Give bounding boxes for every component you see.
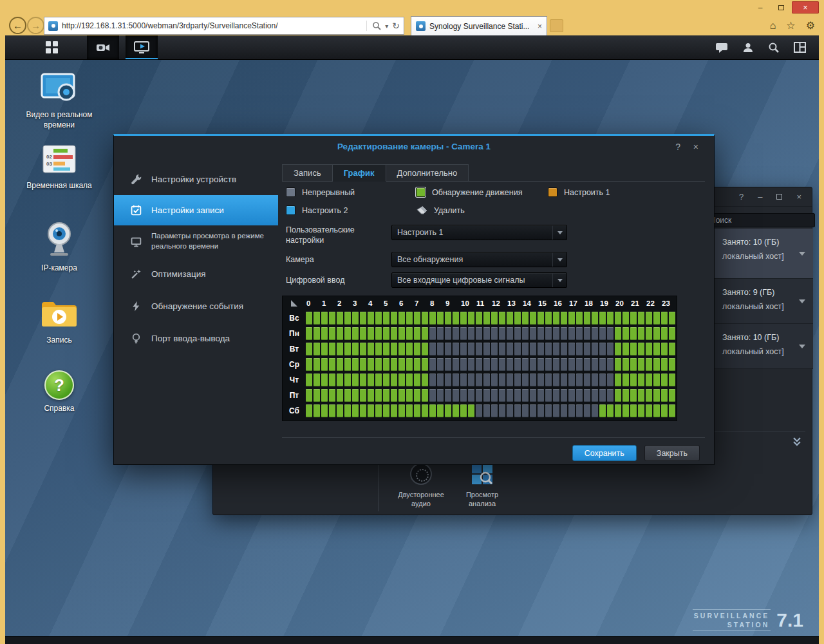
day-label[interactable]: Вт xyxy=(283,345,306,354)
schedule-cell[interactable] xyxy=(314,389,320,402)
schedule-cell[interactable] xyxy=(568,312,575,325)
schedule-cell[interactable] xyxy=(437,327,444,340)
continuous-swatch[interactable] xyxy=(286,187,295,197)
schedule-cell[interactable] xyxy=(314,374,320,386)
schedule-cell[interactable] xyxy=(406,389,413,402)
schedule-cell[interactable] xyxy=(623,343,629,355)
schedule-cell[interactable] xyxy=(646,389,652,402)
schedule-cell[interactable] xyxy=(368,404,374,417)
schedule-cell[interactable] xyxy=(344,343,351,355)
schedule-cell[interactable] xyxy=(545,343,552,355)
schedule-cell[interactable] xyxy=(653,404,660,417)
dialog-help-icon[interactable]: ? xyxy=(675,142,680,152)
hour-label[interactable]: 0 xyxy=(306,299,321,307)
hour-label[interactable]: 17 xyxy=(568,299,584,307)
refresh-icon[interactable]: ↻ xyxy=(392,21,400,31)
schedule-cell[interactable] xyxy=(437,404,444,417)
schedule-cell[interactable] xyxy=(553,389,559,402)
schedule-cell[interactable] xyxy=(576,374,583,386)
schedule-cell[interactable] xyxy=(607,374,613,386)
schedule-cell[interactable] xyxy=(499,343,505,355)
schedule-cell[interactable] xyxy=(623,358,629,371)
schedule-cell[interactable] xyxy=(352,327,359,340)
schedule-cell[interactable] xyxy=(561,404,567,417)
schedule-cell[interactable] xyxy=(507,374,513,386)
schedule-cell[interactable] xyxy=(460,312,467,325)
schedule-cell[interactable] xyxy=(329,312,335,325)
schedule-cell[interactable] xyxy=(499,312,505,325)
tab-advanced[interactable]: Дополнительно xyxy=(386,164,469,182)
schedule-cell[interactable] xyxy=(406,343,413,355)
schedule-cell[interactable] xyxy=(337,374,343,386)
camera-select[interactable]: Все обнаружения xyxy=(391,252,567,267)
schedule-cell[interactable] xyxy=(483,343,490,355)
dialog-close-icon[interactable]: × xyxy=(693,142,698,152)
schedule-cell[interactable] xyxy=(306,343,312,355)
desktop-icon-live-view[interactable]: Видео в реальном времени xyxy=(19,73,99,130)
schedule-cell[interactable] xyxy=(445,343,451,355)
schedule-cell[interactable] xyxy=(476,374,482,386)
schedule-cell[interactable] xyxy=(414,312,420,325)
desktop-icon-ip-camera[interactable]: IP-камера xyxy=(19,221,99,274)
schedule-cell[interactable] xyxy=(453,374,459,386)
schedule-cell[interactable] xyxy=(460,327,467,340)
schedule-cell[interactable] xyxy=(538,327,544,340)
close-button[interactable]: × xyxy=(792,1,819,14)
schedule-cell[interactable] xyxy=(368,343,374,355)
schedule-cell[interactable] xyxy=(623,404,629,417)
schedule-cell[interactable] xyxy=(437,389,444,402)
schedule-cell[interactable] xyxy=(468,374,474,386)
schedule-cell[interactable] xyxy=(545,374,552,386)
schedule-cell[interactable] xyxy=(561,327,567,340)
window-maximize-icon[interactable] xyxy=(776,194,782,200)
schedule-cell[interactable] xyxy=(483,374,490,386)
hour-label[interactable]: 16 xyxy=(553,299,568,307)
schedule-cell[interactable] xyxy=(545,389,552,402)
new-tab-button[interactable] xyxy=(550,19,563,32)
schedule-cell[interactable] xyxy=(422,404,428,417)
schedule-cell[interactable] xyxy=(561,389,567,402)
schedule-cell[interactable] xyxy=(468,358,474,371)
browser-tab[interactable]: Synology Surveillance Stati... × xyxy=(411,16,547,35)
schedule-cell[interactable] xyxy=(522,343,529,355)
schedule-cell[interactable] xyxy=(561,312,567,325)
schedule-cell[interactable] xyxy=(314,327,320,340)
schedule-cell[interactable] xyxy=(476,327,482,340)
schedule-cell[interactable] xyxy=(491,327,498,340)
schedule-cell[interactable] xyxy=(669,389,675,402)
schedule-cell[interactable] xyxy=(553,404,559,417)
schedule-cell[interactable] xyxy=(653,343,660,355)
schedule-cell[interactable] xyxy=(538,312,544,325)
schedule-cell[interactable] xyxy=(599,312,606,325)
hour-label[interactable]: 20 xyxy=(615,299,630,307)
ip-camera-app-button[interactable] xyxy=(87,35,119,59)
widgets-icon[interactable] xyxy=(794,42,806,53)
digital-input-select[interactable]: Все входящие цифровые сигналы xyxy=(391,272,567,288)
schedule-cell[interactable] xyxy=(344,404,351,417)
schedule-cell[interactable] xyxy=(422,327,428,340)
legend-continuous[interactable]: Непрерывный xyxy=(286,187,355,197)
tab-recording[interactable]: Запись xyxy=(282,164,333,182)
search-input[interactable] xyxy=(704,213,815,227)
schedule-cell[interactable] xyxy=(530,358,536,371)
schedule-cell[interactable] xyxy=(391,374,397,386)
schedule-cell[interactable] xyxy=(646,312,652,325)
schedule-cell[interactable] xyxy=(661,374,668,386)
schedule-cell[interactable] xyxy=(422,312,428,325)
schedule-cell[interactable] xyxy=(468,327,474,340)
schedule-cell[interactable] xyxy=(460,343,467,355)
schedule-cell[interactable] xyxy=(592,389,598,402)
schedule-cell[interactable] xyxy=(514,374,521,386)
schedule-cell[interactable] xyxy=(468,389,474,402)
schedule-cell[interactable] xyxy=(653,327,660,340)
tab-close-icon[interactable]: × xyxy=(538,22,542,31)
schedule-cell[interactable] xyxy=(568,389,575,402)
day-label[interactable]: Пт xyxy=(283,391,306,400)
day-label[interactable]: Вс xyxy=(283,314,306,323)
schedule-cell[interactable] xyxy=(375,327,382,340)
schedule-cell[interactable] xyxy=(669,312,675,325)
schedule-cell[interactable] xyxy=(568,343,575,355)
schedule-cell[interactable] xyxy=(507,312,513,325)
schedule-cell[interactable] xyxy=(630,358,637,371)
schedule-cell[interactable] xyxy=(522,404,529,417)
